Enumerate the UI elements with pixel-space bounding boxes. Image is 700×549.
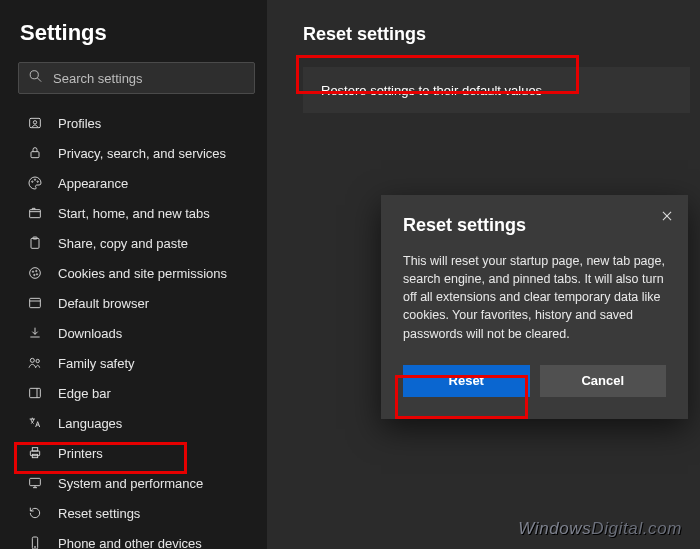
cookie-icon xyxy=(26,264,44,282)
cancel-button[interactable]: Cancel xyxy=(540,365,667,397)
sidebar-item-label: Profiles xyxy=(58,116,101,131)
svg-point-11 xyxy=(30,268,41,279)
sidebar-item-label: Cookies and site permissions xyxy=(58,266,227,281)
svg-rect-8 xyxy=(30,210,41,218)
sidebar-item-reset[interactable]: Reset settings xyxy=(18,498,255,528)
svg-rect-20 xyxy=(30,451,39,456)
dialog-title: Reset settings xyxy=(403,215,666,236)
svg-point-25 xyxy=(34,546,35,547)
phone-icon xyxy=(26,534,44,549)
svg-rect-4 xyxy=(31,152,39,158)
svg-point-5 xyxy=(32,181,33,182)
watermark-part2: Digital.com xyxy=(591,519,682,538)
nav-list: Profiles Privacy, search, and services A… xyxy=(18,108,255,549)
svg-point-12 xyxy=(32,271,33,272)
sidebar-item-label: Share, copy and paste xyxy=(58,236,188,251)
dialog-body: This will reset your startup page, new t… xyxy=(403,252,666,343)
svg-point-14 xyxy=(34,274,35,275)
tabs-icon xyxy=(26,204,44,222)
printer-icon xyxy=(26,444,44,462)
sidebar-item-downloads[interactable]: Downloads xyxy=(18,318,255,348)
download-icon xyxy=(26,324,44,342)
svg-point-15 xyxy=(36,274,37,275)
reset-button[interactable]: Reset xyxy=(403,365,530,397)
family-icon xyxy=(26,354,44,372)
sidebar-item-label: Appearance xyxy=(58,176,128,191)
svg-line-1 xyxy=(37,78,41,82)
reset-icon xyxy=(26,504,44,522)
svg-point-0 xyxy=(30,71,38,79)
watermark-part1: Windows xyxy=(518,519,591,538)
sidebar-item-label: System and performance xyxy=(58,476,203,491)
sidebar-item-default-browser[interactable]: Default browser xyxy=(18,288,255,318)
sidebar-item-label: Phone and other devices xyxy=(58,536,202,550)
svg-point-7 xyxy=(37,181,38,182)
sidebar-item-label: Family safety xyxy=(58,356,135,371)
sidebar-item-label: Edge bar xyxy=(58,386,111,401)
sidebar: Settings Profiles Privacy, search, and s… xyxy=(0,0,267,549)
sidebar-item-printers[interactable]: Printers xyxy=(18,438,255,468)
svg-rect-16 xyxy=(30,298,41,307)
sidebar-item-label: Default browser xyxy=(58,296,149,311)
sidebar-item-edgebar[interactable]: Edge bar xyxy=(18,378,255,408)
language-icon xyxy=(26,414,44,432)
sidebar-item-profiles[interactable]: Profiles xyxy=(18,108,255,138)
svg-point-6 xyxy=(34,179,35,180)
svg-point-17 xyxy=(30,358,34,362)
svg-rect-9 xyxy=(31,238,39,248)
sidebar-item-label: Languages xyxy=(58,416,122,431)
system-icon xyxy=(26,474,44,492)
sidebar-item-cookies[interactable]: Cookies and site permissions xyxy=(18,258,255,288)
lock-icon xyxy=(26,144,44,162)
sidebar-item-label: Downloads xyxy=(58,326,122,341)
sidebar-item-family[interactable]: Family safety xyxy=(18,348,255,378)
svg-point-3 xyxy=(33,121,36,124)
clipboard-icon xyxy=(26,234,44,252)
page-title: Reset settings xyxy=(303,24,690,45)
settings-heading: Settings xyxy=(20,20,255,46)
sidebar-item-privacy[interactable]: Privacy, search, and services xyxy=(18,138,255,168)
svg-rect-2 xyxy=(30,118,41,127)
close-icon[interactable] xyxy=(660,209,674,227)
restore-defaults-row[interactable]: Restore settings to their default values xyxy=(303,67,690,113)
paint-icon xyxy=(26,174,44,192)
sidebar-item-label: Reset settings xyxy=(58,506,140,521)
search-input[interactable] xyxy=(18,62,255,94)
svg-point-13 xyxy=(36,270,37,271)
sidebar-item-start[interactable]: Start, home, and new tabs xyxy=(18,198,255,228)
sidebar-item-languages[interactable]: Languages xyxy=(18,408,255,438)
search-icon xyxy=(28,69,43,88)
svg-rect-19 xyxy=(30,388,41,397)
search-wrap xyxy=(18,62,255,94)
sidebar-item-label: Privacy, search, and services xyxy=(58,146,226,161)
restore-defaults-label: Restore settings to their default values xyxy=(321,83,542,98)
sidebar-item-appearance[interactable]: Appearance xyxy=(18,168,255,198)
dialog-button-row: Reset Cancel xyxy=(403,365,666,397)
profile-icon xyxy=(26,114,44,132)
watermark: WindowsDigital.com xyxy=(518,519,682,539)
svg-point-18 xyxy=(36,359,39,362)
sidebar-item-label: Start, home, and new tabs xyxy=(58,206,210,221)
sidebar-item-share[interactable]: Share, copy and paste xyxy=(18,228,255,258)
svg-rect-21 xyxy=(32,448,37,451)
svg-rect-23 xyxy=(30,478,41,485)
sidebar-panel-icon xyxy=(26,384,44,402)
sidebar-item-label: Printers xyxy=(58,446,103,461)
sidebar-item-system[interactable]: System and performance xyxy=(18,468,255,498)
browser-icon xyxy=(26,294,44,312)
sidebar-item-phone[interactable]: Phone and other devices xyxy=(18,528,255,549)
reset-dialog: Reset settings This will reset your star… xyxy=(381,195,688,419)
